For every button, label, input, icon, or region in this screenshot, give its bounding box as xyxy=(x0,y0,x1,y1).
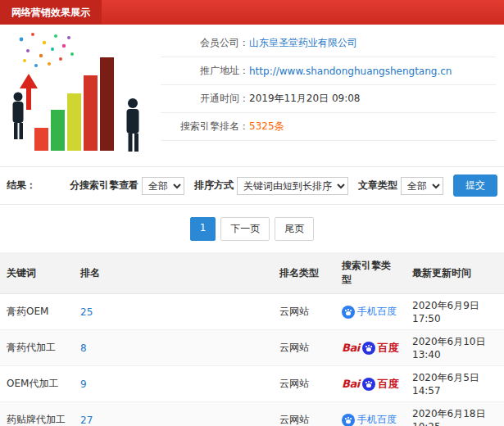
rank-link[interactable]: 27 xyxy=(80,415,93,426)
table-row: 膏药代加工 8 云网站 Bai 百度 手机百度 2020年6月10日 13:40 xyxy=(0,330,504,366)
growth-chart-image xyxy=(3,28,159,152)
baidu-logo-bai: Bai xyxy=(342,342,360,354)
page-title: 网络营销效果展示 xyxy=(0,0,102,25)
pagination: 1 下一页 尾页 xyxy=(0,205,504,252)
baidu-paw-icon xyxy=(362,378,375,391)
engine-filter-label: 分搜索引擎查看 xyxy=(70,179,138,193)
member-info-list: 会员公司： 山东皇圣堂药业有限公司 推广地址： http://www.shand… xyxy=(161,25,504,141)
table-row: OEM代加工 9 云网站 Bai 百度 手机百度 2020年6月5日 14:57 xyxy=(0,366,504,402)
mobile-baidu-label: 手机百度 xyxy=(357,305,397,319)
member-company-link[interactable]: 山东皇圣堂药业有限公司 xyxy=(249,36,357,50)
article-type-label: 文章类型 xyxy=(358,179,397,193)
open-time-row: 开通时间： 2019年11月20日 09:08 xyxy=(161,85,496,113)
result-label: 结果： xyxy=(7,179,36,193)
keyword-cell: 膏药OEM xyxy=(0,294,74,330)
header-keyword: 关键词 xyxy=(0,252,74,294)
updated-cell: 2020年6月9日 17:50 xyxy=(406,294,504,330)
table-body: 膏药OEM 25 云网站 Bai 百度 手机百度 2020年6月9日 17:50… xyxy=(0,294,504,426)
promo-url-label: 推广地址： xyxy=(161,64,249,78)
table-header-row: 关键词 排名 排名类型 搜索引擎类型 最新更新时间 xyxy=(0,252,504,294)
results-table: 关键词 排名 排名类型 搜索引擎类型 最新更新时间 膏药OEM 25 云网站 B… xyxy=(0,252,504,426)
keyword-cell: 药贴牌代加工 xyxy=(0,402,74,426)
mobile-baidu-logo: 手机百度 xyxy=(342,305,397,319)
mobile-baidu-label: 手机百度 xyxy=(357,413,397,426)
submit-button[interactable]: 提交 xyxy=(453,174,497,197)
mobile-baidu-paw-icon xyxy=(342,306,355,319)
member-info-section: 会员公司： 山东皇圣堂药业有限公司 推广地址： http://www.shand… xyxy=(0,25,504,155)
promo-url-link[interactable]: http://www.shandonghuangshengtang.cn xyxy=(249,66,452,77)
sort-filter-label: 排序方式 xyxy=(194,179,234,193)
engine-rank-row: 搜索引擎排名： 5325条 xyxy=(161,113,496,141)
promo-url-row: 推广地址： http://www.shandonghuangshengtang.… xyxy=(161,57,496,85)
baidu-logo-bai: Bai xyxy=(342,378,360,390)
header-rank-type: 排名类型 xyxy=(273,252,335,294)
mobile-baidu-paw-icon xyxy=(342,414,355,426)
updated-cell: 2020年6月18日 10:25 xyxy=(406,402,504,426)
rank-link[interactable]: 8 xyxy=(80,342,87,354)
baidu-logo: Bai 百度 xyxy=(342,377,399,392)
engine-select[interactable]: 全部 xyxy=(142,177,184,195)
updated-cell: 2020年6月5日 14:57 xyxy=(406,366,504,402)
baidu-logo-cn: 百度 xyxy=(378,377,399,392)
table-row: 膏药OEM 25 云网站 Bai 百度 手机百度 2020年6月9日 17:50 xyxy=(0,294,504,330)
filter-bar: 结果： 分搜索引擎查看 全部 排序方式 关键词由短到长排序 文章类型 全部 提交 xyxy=(0,166,504,205)
rank-type-cell: 云网站 xyxy=(273,366,335,402)
rank-type-cell: 云网站 xyxy=(273,402,335,426)
engine-rank-count: 5325条 xyxy=(249,120,284,134)
rank-link[interactable]: 25 xyxy=(80,306,93,318)
keyword-cell: 膏药代加工 xyxy=(0,330,74,366)
rank-type-cell: 云网站 xyxy=(273,330,335,366)
open-time-value: 2019年11月20日 09:08 xyxy=(249,92,360,106)
page-1-button[interactable]: 1 xyxy=(190,217,216,241)
header-rank: 排名 xyxy=(74,252,273,294)
bar-chart-illustration xyxy=(0,25,161,155)
updated-cell: 2020年6月10日 13:40 xyxy=(406,330,504,366)
baidu-paw-icon xyxy=(362,342,375,355)
article-type-select[interactable]: 全部 xyxy=(401,177,443,195)
member-company-row: 会员公司： 山东皇圣堂药业有限公司 xyxy=(161,29,496,57)
last-page-button[interactable]: 尾页 xyxy=(275,217,314,241)
next-page-button[interactable]: 下一页 xyxy=(220,217,270,241)
keyword-cell: OEM代加工 xyxy=(0,366,74,402)
top-bar: 网络营销效果展示 xyxy=(0,0,504,25)
header-updated: 最新更新时间 xyxy=(406,252,504,294)
baidu-logo-cn: 百度 xyxy=(378,341,399,356)
mobile-baidu-logo: 手机百度 xyxy=(342,413,397,426)
rank-link[interactable]: 9 xyxy=(80,378,87,390)
sort-select[interactable]: 关键词由短到长排序 xyxy=(237,177,348,195)
header-engine-type: 搜索引擎类型 xyxy=(335,252,406,294)
member-company-label: 会员公司： xyxy=(161,36,249,50)
baidu-logo: Bai 百度 xyxy=(342,341,399,356)
rank-type-cell: 云网站 xyxy=(273,294,335,330)
table-row: 药贴牌代加工 27 云网站 Bai 百度 手机百度 2020年6月18日 10:… xyxy=(0,402,504,426)
engine-rank-label: 搜索引擎排名： xyxy=(161,120,249,134)
open-time-label: 开通时间： xyxy=(161,92,249,106)
